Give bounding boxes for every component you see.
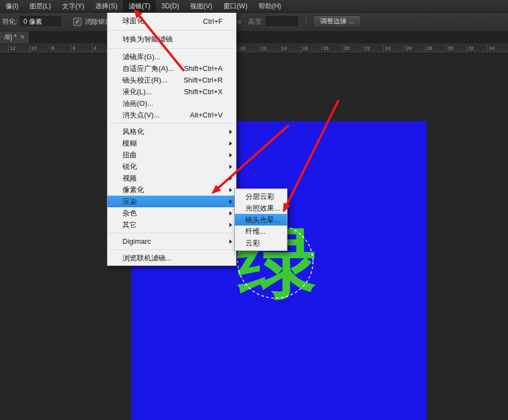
menu-item-label: Digimarc xyxy=(122,237,151,245)
menu-item[interactable]: 渲染 xyxy=(107,196,236,207)
ruler-tick-label: 26 xyxy=(406,45,412,51)
menubar-item[interactable]: 选择(S) xyxy=(90,0,123,12)
feather-label: 羽化: xyxy=(2,17,17,27)
menubar-item[interactable]: 文字(Y) xyxy=(57,0,90,12)
height-label: 高度: xyxy=(248,17,263,27)
menu-item-label: 消失点(V)... xyxy=(122,110,160,120)
menu-item[interactable]: 云彩 xyxy=(235,237,287,249)
ruler-tick-label: 10 xyxy=(31,45,37,51)
menu-item-label: 风格化 xyxy=(122,127,144,137)
ruler-tick-label: 4 xyxy=(94,45,96,51)
menu-item[interactable]: 镜头光晕... xyxy=(235,214,287,226)
menu-item[interactable]: 其它 xyxy=(107,219,236,231)
ruler-tick-label: 6 xyxy=(73,45,75,51)
menu-item[interactable]: 像素化 xyxy=(107,184,236,196)
menu-item-label: 浏览联机滤镜... xyxy=(122,253,172,263)
menu-item-shortcut: Ctrl+F xyxy=(203,17,223,25)
menu-separator xyxy=(109,48,235,49)
menu-item-label: 其它 xyxy=(122,220,137,230)
menu-item-shortcut: Alt+Ctrl+V xyxy=(190,111,223,119)
menu-separator xyxy=(109,123,235,124)
menubar-item[interactable]: 视图(V) xyxy=(184,0,218,12)
menu-item[interactable]: 视频 xyxy=(107,172,236,184)
menu-item-label: 镜头校正(R)... xyxy=(122,75,167,85)
antialias-checkbox[interactable]: ✓ xyxy=(73,18,81,26)
menu-item[interactable]: 扭曲 xyxy=(107,149,236,161)
menu-item[interactable]: 风格化 xyxy=(107,126,236,137)
submenu-arrow-icon xyxy=(229,130,232,134)
menubar-item[interactable]: 窗口(W) xyxy=(218,0,253,12)
menu-item[interactable]: 液化(L)... Shift+Ctrl+X xyxy=(107,86,236,98)
menu-item-shortcut: Shift+Ctrl+R xyxy=(183,76,223,84)
submenu-arrow-icon xyxy=(229,176,232,181)
menu-separator xyxy=(109,30,235,30)
menu-item[interactable]: 模糊 xyxy=(107,137,236,149)
menu-item[interactable]: 纤维... xyxy=(235,226,287,237)
submenu-arrow-icon xyxy=(229,141,232,146)
menu-item-label: 像素化 xyxy=(122,185,144,195)
submenu-arrow-icon xyxy=(229,188,232,192)
submenu-arrow-icon xyxy=(229,165,232,169)
menu-item[interactable]: 自适应广角(A)... Shift+Ctrl+A xyxy=(107,63,236,74)
menu-item[interactable]: 锐化 xyxy=(107,161,236,172)
menu-item-label: 扭曲 xyxy=(122,150,137,160)
menu-item-label: 球面化 xyxy=(122,16,144,26)
menu-item-shortcut: Shift+Ctrl+X xyxy=(184,88,223,96)
menu-item-label: 纤维... xyxy=(245,227,266,237)
options-bar: 羽化: 0 像素 ✓ 消除锯齿 ⇄ 高度: 调整边缘 ... xyxy=(0,12,508,32)
ruler-tick-label: 8 xyxy=(52,45,54,51)
menu-item[interactable]: 光照效果... xyxy=(235,202,287,214)
menubar-item[interactable]: 滤镜(T) xyxy=(123,0,156,12)
menubar-item[interactable]: 像(I) xyxy=(0,0,24,12)
feather-input[interactable]: 0 像素 xyxy=(20,16,61,27)
menu-item-label: 转换为智能滤镜 xyxy=(122,34,173,44)
menu-item[interactable]: 滤镜库(G)... xyxy=(107,51,236,63)
ruler-tick-label: 12 xyxy=(261,45,266,51)
ruler-tick-label: 16 xyxy=(302,45,308,51)
menu-item-label: 杂色 xyxy=(122,208,137,218)
menu-item-label: 视频 xyxy=(122,173,137,183)
menu-item-label: 云彩 xyxy=(245,238,260,248)
menu-item-shortcut: Shift+Ctrl+A xyxy=(184,64,223,73)
menu-item[interactable]: 浏览联机滤镜... xyxy=(107,252,236,264)
menu-separator xyxy=(109,233,235,233)
ruler-tick-label: 22 xyxy=(365,45,370,51)
menu-item-label: 光照效果... xyxy=(245,203,280,213)
submenu-arrow-icon xyxy=(229,223,232,227)
menu-item[interactable]: 转换为智能滤镜 xyxy=(107,33,236,46)
submenu-arrow-icon xyxy=(229,199,232,204)
ruler-tick-label: 14 xyxy=(281,45,287,51)
menu-bar: 像(I)图层(L)文字(Y)选择(S)滤镜(T)3D(D)视图(V)窗口(W)帮… xyxy=(0,0,508,13)
menubar-item[interactable]: 帮助(H) xyxy=(253,0,287,12)
menu-item-label: 滤镜库(G)... xyxy=(122,52,161,62)
submenu-arrow-icon xyxy=(229,211,232,216)
ruler-tick-label: 10 xyxy=(240,45,245,51)
document-tab-label: /8) * xyxy=(4,33,17,41)
menu-item-label: 模糊 xyxy=(122,139,137,148)
ruler-tick-label: 30 xyxy=(448,45,453,51)
options-bar-right: ⇄ 高度: 调整边缘 ... xyxy=(235,12,361,31)
menubar-item[interactable]: 图层(L) xyxy=(24,0,57,12)
height-input[interactable] xyxy=(266,16,298,27)
submenu-arrow-icon xyxy=(229,239,232,244)
ruler-tick-label: 12 xyxy=(10,45,16,51)
submenu-arrow-icon xyxy=(229,153,232,157)
menu-item[interactable]: 分层云彩 xyxy=(235,191,287,202)
ruler-tick-label: 34 xyxy=(489,45,495,51)
document-tab[interactable]: /8) * × xyxy=(0,31,29,43)
menu-item[interactable]: 杂色 xyxy=(107,207,236,219)
menu-item[interactable]: 球面化 Ctrl+F xyxy=(107,14,236,28)
ruler-tick-label: 28 xyxy=(427,45,432,51)
menu-item[interactable]: 镜头校正(R)... Shift+Ctrl+R xyxy=(107,74,236,86)
ruler-tick-label: 24 xyxy=(385,45,391,51)
menu-item[interactable]: 油画(O)... xyxy=(107,98,236,109)
horizontal-ruler[interactable]: 121086420246810121416182022242628303234 xyxy=(0,43,508,53)
options-divider xyxy=(306,16,306,27)
menu-item-label: 渲染 xyxy=(122,197,137,207)
menu-item-label: 自适应广角(A)... xyxy=(122,64,174,74)
refine-edge-button[interactable]: 调整边缘 ... xyxy=(313,16,361,28)
tab-close-icon[interactable]: × xyxy=(20,33,24,41)
menu-item[interactable]: 消失点(V)... Alt+Ctrl+V xyxy=(107,109,236,121)
menubar-item[interactable]: 3D(D) xyxy=(156,0,184,12)
menu-item[interactable]: Digimarc xyxy=(107,235,236,247)
